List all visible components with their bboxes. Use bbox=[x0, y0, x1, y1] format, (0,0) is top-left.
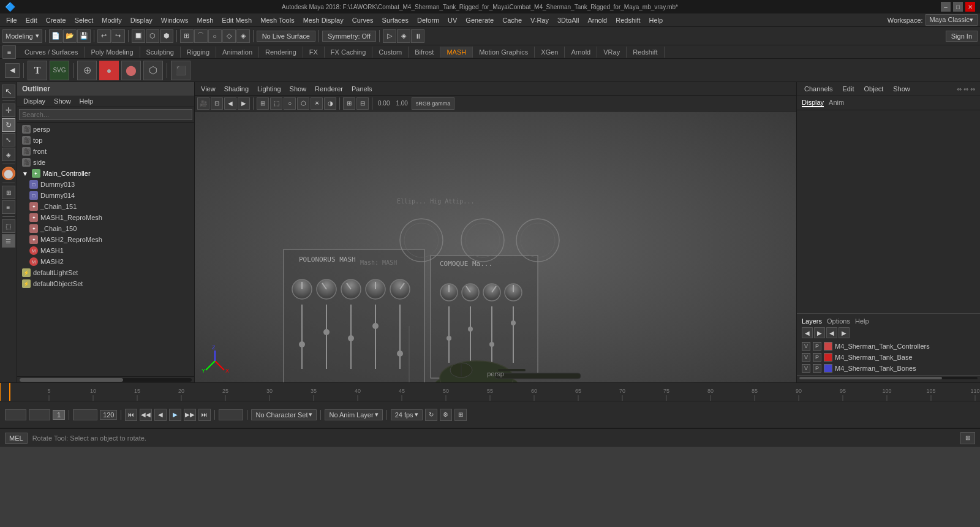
layer-row-base[interactable]: V P M4_Sherman_Tank_Base bbox=[797, 352, 980, 363]
viewport-3d[interactable]: Verts: 525845 0 0 Edges: 1036108 0 0 Fac… bbox=[195, 112, 796, 382]
menu-vray[interactable]: V-Ray bbox=[527, 15, 552, 25]
shelf-tab-mash[interactable]: MASH bbox=[440, 47, 473, 58]
select-tool-btn[interactable]: ↖ bbox=[2, 85, 15, 98]
menu-surfaces[interactable]: Surfaces bbox=[379, 15, 412, 25]
cb-tab-display[interactable]: Display bbox=[802, 99, 824, 107]
snap-grid-btn[interactable]: ⊞ bbox=[180, 29, 194, 43]
paint-sel-btn[interactable]: ⬢ bbox=[160, 29, 173, 43]
menu-select[interactable]: Select bbox=[71, 15, 97, 25]
tree-item-side[interactable]: 🎥 side bbox=[17, 157, 194, 168]
soft-select-btn[interactable]: ⬤ bbox=[2, 167, 15, 180]
new-scene-btn[interactable]: 📄 bbox=[49, 29, 62, 43]
menu-edit-mesh[interactable]: Edit Mesh bbox=[218, 15, 255, 25]
play-fwd-btn[interactable]: ▶ bbox=[169, 409, 181, 421]
outliner-search-input[interactable] bbox=[19, 109, 192, 120]
rp-menu-channels[interactable]: Channels bbox=[802, 85, 835, 93]
shelf-tab-vray[interactable]: VRay bbox=[597, 47, 627, 58]
rp-menu-show[interactable]: Show bbox=[891, 85, 913, 93]
cb-tab-anim[interactable]: Anim bbox=[829, 99, 844, 107]
channel-box-btn[interactable]: ☰ bbox=[2, 234, 15, 248]
tree-item-persp[interactable]: 🎥 persp bbox=[17, 124, 194, 135]
shelf-tab-custom[interactable]: Custom bbox=[372, 47, 409, 58]
layer-del-btn[interactable]: ▶ bbox=[839, 327, 850, 338]
minimize-button[interactable]: – bbox=[941, 2, 951, 12]
menu-create[interactable]: Create bbox=[42, 15, 70, 25]
skip-fwd-btn[interactable]: ⏭ bbox=[198, 409, 211, 421]
mode-dropdown[interactable]: Modeling▾ bbox=[2, 29, 42, 43]
vp-gamma-btn[interactable]: sRGB gamma bbox=[412, 97, 454, 110]
menu-mesh[interactable]: Mesh bbox=[193, 15, 217, 25]
tree-item-mash2-repromesh[interactable]: ✦ MASH2_ReproMesh bbox=[17, 234, 194, 245]
menu-arnold[interactable]: Arnold bbox=[584, 15, 611, 25]
range-max-input[interactable]: 200 bbox=[219, 409, 243, 420]
shelf-tab-xgen[interactable]: XGen bbox=[535, 47, 565, 58]
render-btn[interactable]: ▷ bbox=[383, 29, 396, 43]
attr-editor-btn[interactable]: ≡ bbox=[2, 200, 15, 214]
universal-manip-btn[interactable]: ◈ bbox=[2, 148, 15, 161]
vp-hud-btn[interactable]: ⊟ bbox=[356, 97, 369, 110]
layer-new-btn[interactable]: ◀ bbox=[802, 327, 813, 338]
tree-item-top[interactable]: 🎥 top bbox=[17, 135, 194, 146]
select-btn[interactable]: 🔲 bbox=[132, 29, 145, 43]
outliner-menu-help[interactable]: Help bbox=[76, 97, 97, 105]
extra-btn[interactable]: ⊞ bbox=[454, 409, 467, 421]
menu-curves[interactable]: Curves bbox=[349, 15, 377, 25]
shelf-tab-arnold[interactable]: Arnold bbox=[565, 47, 597, 58]
settings-btn[interactable]: ⚙ bbox=[440, 409, 452, 421]
vp-display-btn[interactable]: ⊞ bbox=[257, 97, 269, 110]
rotate-tool-btn[interactable]: ↻ bbox=[2, 118, 15, 132]
menu-modify[interactable]: Modify bbox=[98, 15, 125, 25]
outliner-menu-display[interactable]: Display bbox=[20, 97, 49, 105]
mash-network-btn[interactable]: ⊞ bbox=[2, 186, 15, 199]
menu-file[interactable]: File bbox=[2, 15, 21, 25]
menu-mesh-tools[interactable]: Mesh Tools bbox=[257, 15, 298, 25]
shelf-icon-mash-sphere[interactable]: ⬤ bbox=[121, 61, 141, 80]
cycle-btn[interactable]: ↻ bbox=[425, 409, 437, 421]
vp-frame-btn[interactable]: ⊡ bbox=[211, 97, 223, 110]
layer-v-bones[interactable]: V bbox=[802, 364, 810, 373]
vp-menu-panels[interactable]: Panels bbox=[348, 85, 376, 93]
shelf-tab-motion[interactable]: Motion Graphics bbox=[473, 47, 535, 58]
timeline[interactable]: 5 10 15 20 25 30 35 40 45 50 55 60 65 70… bbox=[0, 382, 980, 401]
vp-menu-show[interactable]: Show bbox=[286, 85, 311, 93]
layer-p-bones[interactable]: P bbox=[813, 364, 821, 373]
tree-item-default-objectset[interactable]: ⚡ defaultObjectSet bbox=[17, 278, 194, 289]
layer-row-controllers[interactable]: V P M4_Sherman_Tank_Controllers bbox=[797, 341, 980, 352]
layer-scroll-track[interactable] bbox=[799, 377, 978, 379]
maximize-button[interactable]: □ bbox=[953, 2, 963, 12]
tree-item-chain-150[interactable]: ✦ _Chain_150 bbox=[17, 223, 194, 234]
close-button[interactable]: ✕ bbox=[965, 2, 975, 12]
shelf-icon-mash-tool[interactable]: ⬡ bbox=[143, 61, 163, 80]
shelf-icon-mash-network[interactable]: ⊕ bbox=[77, 61, 97, 80]
vp-play-btn[interactable]: ▶ bbox=[238, 97, 250, 110]
layer-anim-btn[interactable]: ▶ bbox=[814, 327, 825, 338]
tree-item-main-controller[interactable]: ▼ ✦ Main_Controller bbox=[17, 168, 194, 179]
right-panel-resize-btn[interactable]: ⇔ ⇔ ⇔ bbox=[957, 86, 975, 93]
tree-item-mash1[interactable]: M MASH1 bbox=[17, 245, 194, 256]
mode-indicator[interactable]: MEL bbox=[5, 433, 28, 444]
vp-menu-shading[interactable]: Shading bbox=[221, 85, 252, 93]
menu-edit[interactable]: Edit bbox=[22, 15, 41, 25]
shelf-tab-sculpting[interactable]: Sculpting bbox=[140, 47, 181, 58]
vp-menu-renderer[interactable]: Renderer bbox=[311, 85, 347, 93]
menu-mesh-display[interactable]: Mesh Display bbox=[300, 15, 347, 25]
shelf-tab-curves[interactable]: Curves / Surfaces bbox=[18, 47, 85, 58]
open-btn[interactable]: 📂 bbox=[63, 29, 77, 43]
range-start-input[interactable]: 120 bbox=[73, 409, 97, 420]
vp-camera-btn[interactable]: 🎥 bbox=[197, 97, 209, 110]
step-fwd-btn[interactable]: ▶▶ bbox=[184, 409, 196, 421]
shelf-tab-rigging[interactable]: Rigging bbox=[181, 47, 216, 58]
shelf-icon-mash-red[interactable]: ● bbox=[99, 61, 119, 80]
shelf-icon-export[interactable]: ⬛ bbox=[171, 61, 190, 80]
menu-3dtoall[interactable]: 3DtoAll bbox=[554, 15, 582, 25]
symmetry-off-btn[interactable]: Symmetry: Off bbox=[322, 31, 376, 42]
shelf-icon-text[interactable]: T bbox=[28, 61, 47, 80]
layer-tab-help[interactable]: Help bbox=[855, 317, 869, 325]
layer-btn[interactable]: ⬚ bbox=[2, 219, 15, 233]
save-btn[interactable]: 💾 bbox=[77, 29, 91, 43]
layer-scroll-thumb[interactable] bbox=[799, 377, 942, 379]
outliner-scroll-thumb[interactable] bbox=[20, 378, 123, 382]
layer-tab-options[interactable]: Options bbox=[827, 317, 850, 325]
shelf-tab-redshift[interactable]: Redshift bbox=[627, 47, 664, 58]
outliner-menu-show[interactable]: Show bbox=[50, 97, 75, 105]
